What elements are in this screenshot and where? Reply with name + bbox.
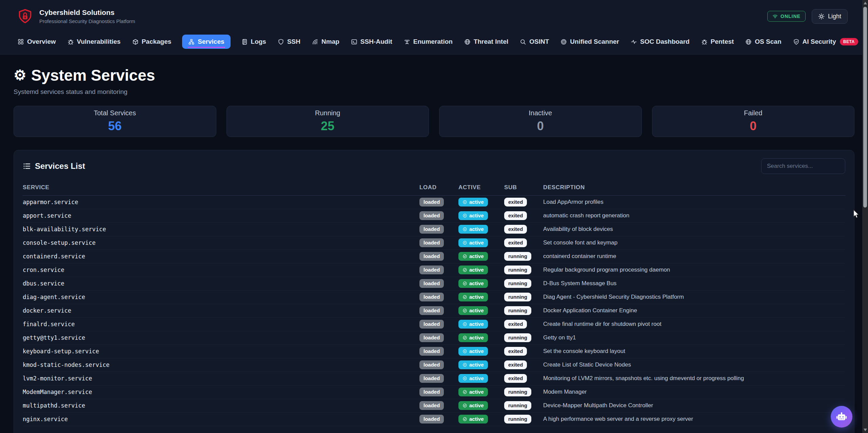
nav-tab-overview[interactable]: Overview bbox=[17, 35, 57, 49]
online-label: ONLINE bbox=[781, 14, 801, 19]
search-input[interactable] bbox=[761, 158, 845, 174]
nav-tab-enumeration[interactable]: Enumeration bbox=[403, 35, 453, 49]
active-badge: active bbox=[458, 401, 488, 410]
service-row[interactable]: dbus.serviceloadedactiverunningD-Bus Sys… bbox=[23, 277, 845, 291]
scrollbar-up-arrow[interactable] bbox=[864, 2, 867, 4]
active-badge: active bbox=[458, 347, 488, 356]
service-row[interactable]: kmod-static-nodes.serviceloadedactiveexi… bbox=[23, 358, 845, 372]
service-row[interactable]: apparmor.serviceloadedactiveexitedLoad A… bbox=[23, 196, 845, 209]
play-circle-icon bbox=[462, 213, 467, 218]
scrollbar-track[interactable] bbox=[862, 0, 868, 433]
check-circle-icon bbox=[462, 390, 467, 394]
services-panel: Services List SERVICELOADACTIVESUBDESCRI… bbox=[14, 150, 854, 433]
play-circle-icon bbox=[462, 349, 467, 354]
nav-tab-unified-scanner[interactable]: Unified Scanner bbox=[560, 35, 620, 49]
check-circle-icon bbox=[462, 281, 467, 286]
play-circle-icon bbox=[462, 322, 467, 327]
service-description: Set the console keyboard layout bbox=[543, 348, 845, 355]
load-badge: loaded bbox=[419, 415, 444, 424]
nav-tab-nmap[interactable]: Nmap bbox=[311, 35, 340, 49]
service-description: Getty on tty1 bbox=[543, 334, 845, 341]
nav-tab-osint[interactable]: OSINT bbox=[519, 35, 550, 49]
nav-tab-threat-intel[interactable]: Threat Intel bbox=[463, 35, 509, 49]
theme-toggle-button[interactable]: Light bbox=[812, 9, 848, 24]
assistant-chat-button[interactable] bbox=[831, 406, 852, 428]
nav-tab-soc-dashboard[interactable]: SOC Dashboard bbox=[630, 35, 690, 49]
service-row[interactable]: cron.serviceloadedactiverunningRegular b… bbox=[23, 263, 845, 277]
service-description: A high performance web server and a reve… bbox=[543, 416, 845, 422]
service-row[interactable]: multipathd.serviceloadedactiverunningDev… bbox=[23, 399, 845, 413]
service-description: containerd container runtime bbox=[543, 253, 845, 260]
service-description: automatic crash report generation bbox=[543, 212, 845, 219]
service-row[interactable]: diag-agent.serviceloadedactiverunningDia… bbox=[23, 291, 845, 304]
target-icon bbox=[560, 39, 567, 45]
service-name: containerd.service bbox=[23, 253, 419, 260]
load-badge: loaded bbox=[419, 211, 444, 220]
active-badge: active bbox=[458, 279, 488, 288]
nav-tab-pentest[interactable]: Pentest bbox=[701, 35, 735, 49]
active-badge: active bbox=[458, 238, 488, 247]
nav-tab-services[interactable]: Services bbox=[182, 35, 230, 49]
service-name: diag-agent.service bbox=[23, 294, 419, 300]
nav-tab-label: Unified Scanner bbox=[570, 38, 619, 45]
active-badge: active bbox=[458, 320, 488, 329]
nav-tab-packages[interactable]: Packages bbox=[132, 35, 172, 49]
service-description: D-Bus System Message Bus bbox=[543, 280, 845, 287]
nav-tab-logs[interactable]: Logs bbox=[241, 35, 267, 49]
service-name: getty@tty1.service bbox=[23, 334, 419, 341]
stat-value: 0 bbox=[537, 119, 544, 133]
service-row[interactable]: docker.serviceloadedactiverunningDocker … bbox=[23, 304, 845, 318]
service-row[interactable]: ModemManager.serviceloadedactiverunningM… bbox=[23, 386, 845, 399]
scrollbar-thumb[interactable] bbox=[863, 7, 867, 208]
radar-icon bbox=[312, 39, 318, 45]
service-row[interactable]: lvm2-monitor.serviceloadedactiveexitedMo… bbox=[23, 372, 845, 386]
sub-badge: running bbox=[504, 415, 531, 424]
service-name: kmod-static-nodes.service bbox=[23, 361, 419, 368]
service-row[interactable]: finalrd.serviceloadedactiveexitedCreate … bbox=[23, 318, 845, 331]
check-circle-icon bbox=[462, 335, 467, 340]
service-row[interactable]: nginx.serviceloadedactiverunningA high p… bbox=[23, 413, 845, 426]
load-badge: loaded bbox=[419, 225, 444, 234]
service-description: Device-Mapper Multipath Device Controlle… bbox=[543, 402, 845, 409]
service-row[interactable]: console-setup.serviceloadedactiveexitedS… bbox=[23, 236, 845, 250]
nav-tab-ssh[interactable]: SSH bbox=[277, 35, 301, 49]
bug-icon bbox=[67, 39, 74, 45]
sub-badge: running bbox=[504, 388, 531, 396]
brand: Cybershield Solutions Professional Secur… bbox=[17, 8, 135, 24]
nav-tab-ssh-audit[interactable]: SSH-Audit bbox=[350, 35, 393, 49]
service-name: apport.service bbox=[23, 212, 419, 219]
nav-tab-ai-security[interactable]: AI SecurityBETA bbox=[792, 35, 859, 49]
service-name: docker.service bbox=[23, 307, 419, 314]
stat-card-failed: Failed0 bbox=[652, 106, 855, 137]
terminal-icon bbox=[351, 39, 357, 45]
grid-icon bbox=[18, 39, 24, 45]
shield-icon bbox=[278, 39, 284, 45]
service-name: apparmor.service bbox=[23, 199, 419, 205]
nav-tab-label: SSH-Audit bbox=[360, 38, 392, 45]
service-row[interactable]: getty@tty1.serviceloadedactiverunningGet… bbox=[23, 331, 845, 345]
load-badge: loaded bbox=[419, 360, 444, 369]
service-row[interactable]: apport.serviceloadedactiveexitedautomati… bbox=[23, 209, 845, 223]
shield-lock-logo-icon bbox=[17, 8, 33, 24]
load-badge: loaded bbox=[419, 293, 444, 301]
nav-tab-os-scan[interactable]: OS Scan bbox=[745, 35, 782, 49]
load-badge: loaded bbox=[419, 265, 444, 274]
logs-icon bbox=[241, 39, 248, 45]
service-row[interactable]: blk-availability.serviceloadedactiveexit… bbox=[23, 223, 845, 236]
load-badge: loaded bbox=[419, 238, 444, 247]
theme-toggle-label: Light bbox=[828, 13, 841, 20]
brand-subtitle: Professional Security Diagnostics Platfo… bbox=[39, 18, 135, 24]
nav-tab-vulnerabilities[interactable]: Vulnerabilities bbox=[67, 35, 121, 49]
sub-badge: running bbox=[504, 401, 531, 410]
main-content: ⚙ System Services Systemd services statu… bbox=[0, 67, 868, 433]
services-table: SERVICELOADACTIVESUBDESCRIPTION apparmor… bbox=[23, 177, 845, 426]
load-badge: loaded bbox=[419, 401, 444, 410]
page-title: ⚙ System Services bbox=[14, 67, 854, 84]
service-name: blk-availability.service bbox=[23, 226, 419, 233]
main-nav: OverviewVulnerabilitiesPackagesServicesL… bbox=[0, 33, 868, 55]
robot-icon bbox=[835, 411, 848, 423]
sub-badge: running bbox=[504, 306, 531, 315]
service-row[interactable]: keyboard-setup.serviceloadedactiveexited… bbox=[23, 345, 845, 358]
service-row[interactable]: containerd.serviceloadedactiverunningcon… bbox=[23, 250, 845, 263]
scrollbar-down-arrow[interactable] bbox=[864, 429, 867, 431]
